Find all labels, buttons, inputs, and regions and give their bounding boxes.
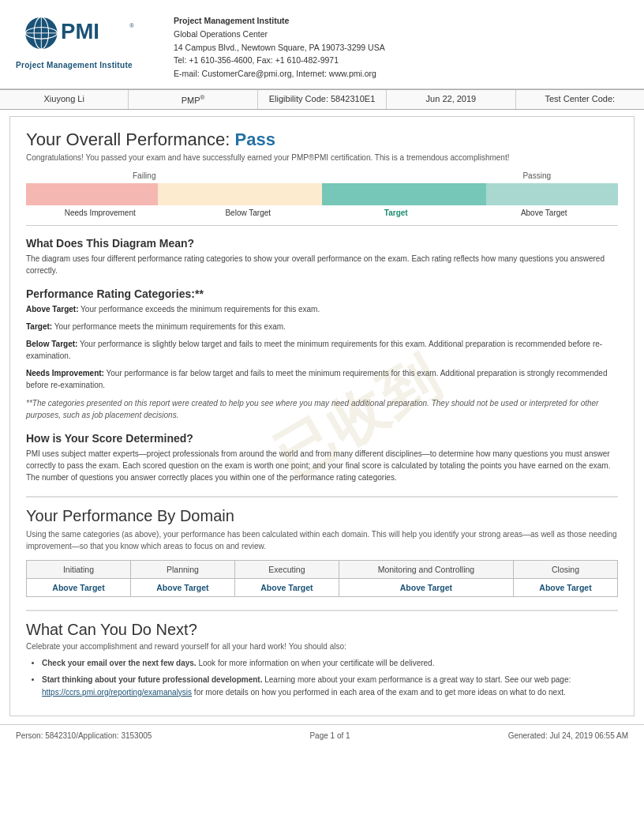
above-target-item: Above Target: Your performance exceeds t… xyxy=(26,303,618,315)
failing-label: Failing xyxy=(133,171,155,180)
pass-result: Pass xyxy=(235,130,275,149)
candidate-name: Xiuyong Li xyxy=(0,90,129,109)
needs-improvement-item: Needs Improvement: Your performance is f… xyxy=(26,367,618,391)
org-name: Project Management Institute xyxy=(174,14,385,28)
above-target-bar xyxy=(486,183,618,205)
footer-generated: Generated: Jul 24, 2019 06:55 AM xyxy=(508,731,628,740)
org-line2: Global Operations Center xyxy=(174,28,385,41)
next-item-1-text: Look for more information on when your c… xyxy=(198,659,434,667)
next-title: What Can You Do Next? xyxy=(26,621,618,639)
eligibility-code: Eligibility Code: 5842310E1 xyxy=(258,90,387,109)
above-target-label: Above Target xyxy=(470,208,619,217)
domain-col-closing: Closing xyxy=(513,560,617,578)
footer-person: Person: 5842310/Application: 3153005 xyxy=(16,731,152,740)
overall-title: Your Overall Performance: Pass xyxy=(26,130,618,150)
target-bar xyxy=(322,183,486,205)
diagram-heading: What Does This Diagram Mean? xyxy=(26,237,618,250)
org-line3: 14 Campus Blvd., Newtown Square, PA 1907… xyxy=(174,41,385,54)
svg-text:PMI: PMI xyxy=(61,19,99,43)
logo-tagline: Project Management Institute xyxy=(16,61,133,70)
domain-col-initiating: Initiating xyxy=(27,560,131,578)
header: PMI ® Project Management Institute Proje… xyxy=(0,0,644,89)
info-bar: Xiuyong Li PMP® Eligibility Code: 584231… xyxy=(0,89,644,110)
org-tel: Tel: +1 610-356-4600, Fax: +1 610-482-99… xyxy=(174,54,385,67)
next-item-2-text: Learning more about your exam performanc… xyxy=(264,675,571,684)
pmi-logo: PMI ® xyxy=(16,14,142,58)
footer: Person: 5842310/Application: 3153005 Pag… xyxy=(0,724,644,746)
domain-result-closing: Above Target xyxy=(513,578,617,596)
score-section: How is Your Score Determined? PMI uses s… xyxy=(26,432,618,483)
main-content: Your Overall Performance: Pass Congratul… xyxy=(9,116,635,716)
exam-date: Jun 22, 2019 xyxy=(387,90,515,109)
footer-page: Page 1 of 1 xyxy=(309,731,350,740)
perf-bar-category-labels: Needs Improvement Below Target Target Ab… xyxy=(26,208,618,217)
passing-label: Passing xyxy=(522,171,551,180)
contact-info: Project Management Institute Global Oper… xyxy=(174,14,385,81)
logo-area: PMI ® Project Management Institute xyxy=(16,14,142,70)
domain-result-monitoring: Above Target xyxy=(339,578,513,596)
rating-footnote: **The categories presented on this repor… xyxy=(26,397,618,421)
next-subtitle: Celebrate your accomplishment and reward… xyxy=(26,642,618,651)
below-target-bar xyxy=(158,183,322,205)
needs-improvement-bar xyxy=(26,183,158,205)
domain-table: Initiating Planning Executing Monitoring… xyxy=(26,560,618,597)
domain-section: Your Performance By Domain Using the sam… xyxy=(26,496,618,597)
rating-heading: Performance Rating Categories:** xyxy=(26,287,618,300)
domain-result-planning: Above Target xyxy=(130,578,234,596)
rating-categories-section: Performance Rating Categories:** Above T… xyxy=(26,287,618,421)
needs-improvement-label: Needs Improvement xyxy=(26,208,174,217)
performance-bar xyxy=(26,183,618,205)
domain-result-initiating: Above Target xyxy=(27,578,131,596)
org-email: E-mail: CustomerCare@pmi.org, Internet: … xyxy=(174,67,385,81)
test-center: Test Center Code: xyxy=(516,90,644,109)
domain-result-executing: Above Target xyxy=(234,578,339,596)
score-text: PMI uses subject matter experts—project … xyxy=(26,448,618,483)
target-item: Target: Your performance meets the minim… xyxy=(26,321,618,332)
domain-subtitle: Using the same categories (as above), yo… xyxy=(26,528,618,552)
congrats-text: Congratulations! You passed your exam an… xyxy=(26,153,618,162)
score-heading: How is Your Score Determined? xyxy=(26,432,618,445)
pmi-link[interactable]: https://ccrs.pmi.org/reporting/examanaly… xyxy=(42,688,192,697)
overall-performance-section: Your Overall Performance: Pass Congratul… xyxy=(26,130,618,217)
domain-col-executing: Executing xyxy=(234,560,339,578)
below-target-label: Below Target xyxy=(174,208,323,217)
below-target-item: Below Target: Your performance is slight… xyxy=(26,338,618,362)
perf-bar-top-labels: Failing Passing xyxy=(26,171,618,180)
next-item-2-suffix: for more details on how you performed in… xyxy=(194,688,566,697)
domain-col-planning: Planning xyxy=(130,560,234,578)
next-list: Check your email over the next few days.… xyxy=(26,657,618,699)
domain-col-monitoring: Monitoring and Controlling xyxy=(339,560,513,578)
target-label: Target xyxy=(322,208,470,217)
next-item-1: Check your email over the next few days.… xyxy=(42,657,618,670)
diagram-section: What Does This Diagram Mean? The diagram… xyxy=(26,237,618,276)
next-item-1-bold: Check your email over the next few days. xyxy=(42,659,197,667)
domain-title: Your Performance By Domain xyxy=(26,507,618,525)
cert-type: PMP® xyxy=(129,90,257,109)
diagram-text: The diagram uses four different performa… xyxy=(26,253,618,276)
svg-text:®: ® xyxy=(129,22,134,29)
next-item-2: Start thinking about your future profess… xyxy=(42,674,618,699)
next-item-2-bold: Start thinking about your future profess… xyxy=(42,675,262,684)
next-section: What Can You Do Next? Celebrate your acc… xyxy=(26,610,618,699)
